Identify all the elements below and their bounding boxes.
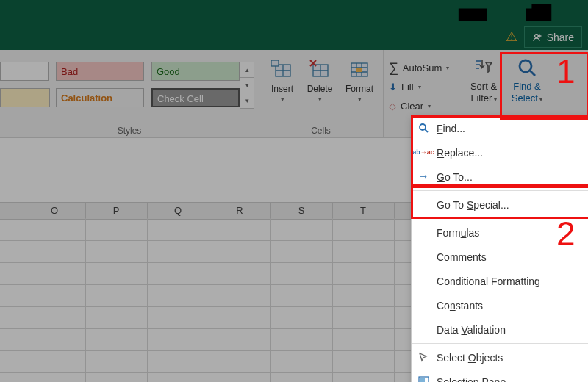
- chevron-down-icon: ▾: [301, 96, 338, 103]
- col-header[interactable]: T: [332, 203, 395, 219]
- find-select-label-2: Select: [512, 93, 538, 104]
- format-cells-icon: [347, 57, 372, 81]
- style-good[interactable]: Good: [151, 62, 240, 81]
- svg-rect-7: [356, 68, 362, 72]
- share-button[interactable]: Share: [524, 26, 582, 48]
- autosum-label: AutoSum: [403, 62, 442, 73]
- svg-point-9: [420, 124, 426, 130]
- scroll-more-icon[interactable]: ▾: [240, 93, 254, 108]
- clear-label: Clear: [401, 101, 423, 112]
- cells-group: Insert ▾ Delete ▾ Format ▾ Cells: [259, 50, 384, 137]
- sort-filter-label-1: Sort &: [470, 81, 497, 92]
- find-select-button[interactable]: Find & Select ▾: [502, 56, 552, 104]
- chevron-down-icon: ▾: [428, 103, 431, 109]
- sigma-icon: ∑: [389, 60, 398, 76]
- sort-filter-label-2: Filter: [470, 93, 492, 104]
- minimize-button[interactable]: [490, 0, 523, 21]
- menu-selection-pane[interactable]: Selection Pane...: [412, 370, 588, 382]
- insert-cells-icon: [270, 57, 295, 81]
- menu-constants[interactable]: Constants: [412, 293, 588, 317]
- fill-label: Fill: [401, 82, 414, 93]
- menu-find[interactable]: Find...: [412, 116, 588, 140]
- delete-button[interactable]: Delete ▾: [301, 57, 338, 103]
- titlebar: [0, 0, 588, 21]
- style-neutral[interactable]: [0, 88, 50, 107]
- share-label: Share: [547, 32, 574, 43]
- col-header[interactable]: O: [24, 203, 86, 219]
- menu-replace[interactable]: ab→ac Replace...: [412, 140, 588, 165]
- arrow-right-icon: →: [417, 170, 430, 183]
- annotation-label-1: 1: [556, 51, 576, 91]
- insert-label: Insert: [271, 84, 293, 94]
- svg-rect-11: [420, 378, 425, 382]
- style-gallery-scroll[interactable]: ▴ ▾ ▾: [240, 62, 254, 109]
- menu-select-objects[interactable]: Select Objects: [412, 345, 588, 370]
- cells-group-label: Cells: [259, 126, 383, 136]
- ribbon-display-options-button[interactable]: [456, 0, 490, 21]
- chevron-down-icon: ▾: [341, 96, 378, 103]
- col-header[interactable]: P: [85, 203, 148, 219]
- format-label: Format: [345, 84, 373, 94]
- delete-label: Delete: [307, 84, 333, 94]
- menu-conditional-formatting[interactable]: Conditional Formatting: [412, 269, 588, 293]
- menu-data-validation[interactable]: Data Validation: [412, 317, 588, 342]
- cursor-icon: [417, 350, 430, 364]
- scroll-down-icon[interactable]: ▾: [240, 78, 254, 93]
- style-check-cell[interactable]: Check Cell: [151, 88, 240, 107]
- replace-icon: ab→ac: [417, 145, 430, 159]
- fill-down-icon: ⬇: [389, 82, 397, 93]
- style-calculation[interactable]: Calculation: [56, 88, 144, 107]
- col-header[interactable]: [0, 203, 24, 219]
- chevron-down-icon: ▾: [418, 84, 421, 90]
- insert-button[interactable]: Insert ▾: [264, 57, 301, 103]
- fill-button[interactable]: ⬇ Fill ▾: [389, 79, 421, 94]
- styles-group-label: Styles: [0, 126, 259, 136]
- chevron-down-icon: ▾: [264, 96, 301, 103]
- find-select-label-1: Find &: [513, 81, 541, 92]
- styles-group: Bad Good Calculation Check Cell ▴ ▾ ▾ St…: [0, 50, 259, 137]
- warning-icon: ⚠: [506, 29, 517, 45]
- magnifier-icon: [502, 56, 552, 81]
- chevron-down-icon: ▾: [446, 65, 449, 71]
- style-normal[interactable]: [0, 62, 49, 81]
- menu-goto[interactable]: → Go To...: [412, 165, 588, 189]
- svg-point-8: [520, 60, 531, 72]
- close-button[interactable]: [554, 0, 588, 21]
- clear-button[interactable]: ◇ Clear ▾: [389, 98, 431, 113]
- style-bad[interactable]: Bad: [56, 62, 144, 81]
- annotation-label-2: 2: [556, 214, 576, 253]
- svg-rect-4: [271, 60, 279, 66]
- autosum-button[interactable]: ∑ AutoSum ▾: [389, 60, 449, 75]
- sort-filter-icon: [462, 56, 505, 81]
- delete-cells-icon: [307, 57, 332, 81]
- col-header[interactable]: R: [209, 203, 271, 219]
- sharebar: ⚠ Share: [0, 21, 588, 51]
- magnifier-icon: [417, 121, 430, 134]
- selection-pane-icon: [417, 375, 430, 382]
- maximize-button[interactable]: [522, 0, 556, 21]
- col-header[interactable]: Q: [147, 203, 209, 219]
- format-button[interactable]: Format ▾: [341, 57, 378, 103]
- scroll-up-icon[interactable]: ▴: [240, 62, 254, 78]
- sort-filter-button[interactable]: Sort & Filter ▾: [462, 56, 505, 104]
- eraser-icon: ◇: [389, 101, 396, 112]
- col-header[interactable]: S: [270, 203, 333, 219]
